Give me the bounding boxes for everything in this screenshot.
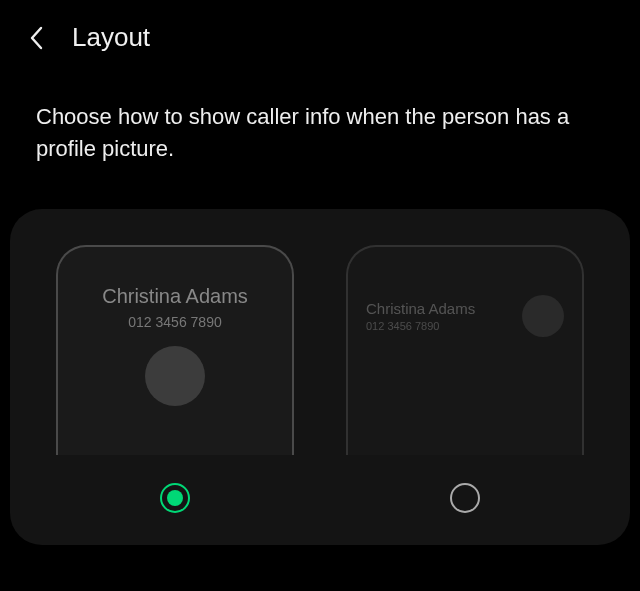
radio-compact[interactable]: [450, 483, 480, 513]
layout-option-centered[interactable]: Christina Adams 012 3456 7890: [56, 245, 294, 513]
phone-preview-compact: Christina Adams 012 3456 7890: [346, 245, 584, 455]
caller-name: Christina Adams: [102, 285, 248, 308]
radio-centered[interactable]: [160, 483, 190, 513]
radio-selected-indicator: [167, 490, 183, 506]
phone-preview-centered: Christina Adams 012 3456 7890: [56, 245, 294, 455]
avatar-icon: [145, 346, 205, 406]
layout-options-panel: Christina Adams 012 3456 7890 Christina …: [10, 209, 630, 545]
caller-number: 012 3456 7890: [128, 314, 221, 330]
caller-number: 012 3456 7890: [366, 320, 510, 332]
description-text: Choose how to show caller info when the …: [0, 69, 640, 209]
caller-name: Christina Adams: [366, 300, 510, 317]
layout-option-compact[interactable]: Christina Adams 012 3456 7890: [346, 245, 584, 513]
back-icon[interactable]: [24, 26, 48, 50]
header: Layout: [0, 0, 640, 69]
page-title: Layout: [72, 22, 150, 53]
avatar-icon: [522, 295, 564, 337]
